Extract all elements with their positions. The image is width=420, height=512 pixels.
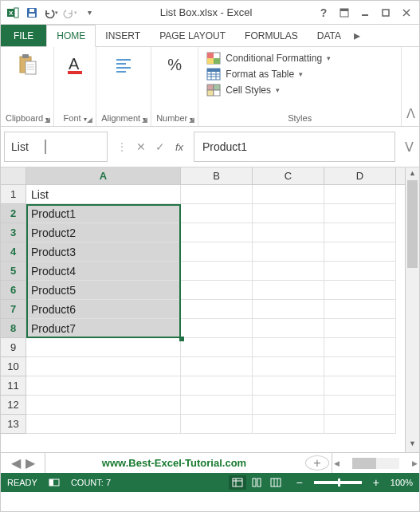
- page-break-view-icon[interactable]: [267, 475, 285, 490]
- dialog-launcher-icon[interactable]: ◢: [84, 115, 94, 124]
- cell[interactable]: Product6: [26, 300, 181, 319]
- qat-customize-icon[interactable]: ▾: [80, 4, 98, 22]
- cell[interactable]: [324, 300, 396, 319]
- ribbon-collapse-icon[interactable]: ᐱ: [402, 47, 419, 126]
- zoom-in-icon[interactable]: +: [373, 476, 379, 489]
- cell[interactable]: [324, 262, 396, 281]
- row-header[interactable]: 2: [1, 204, 26, 223]
- column-header[interactable]: C: [253, 167, 324, 184]
- cell[interactable]: [253, 396, 324, 415]
- cell[interactable]: [253, 376, 324, 396]
- cancel-icon[interactable]: ✕: [133, 139, 149, 155]
- macro-record-icon[interactable]: [49, 477, 60, 488]
- row-header[interactable]: 8: [1, 319, 26, 338]
- scroll-up-icon[interactable]: ▲: [406, 169, 419, 180]
- cell[interactable]: [181, 319, 253, 338]
- cell[interactable]: [253, 319, 324, 338]
- undo-icon[interactable]: ▾: [42, 4, 60, 22]
- vertical-scrollbar[interactable]: ▲ ▼: [405, 167, 419, 452]
- cell[interactable]: [324, 415, 396, 434]
- cell[interactable]: [26, 357, 181, 376]
- next-sheet-icon[interactable]: ▶: [26, 455, 35, 471]
- cell[interactable]: [253, 185, 324, 204]
- dialog-launcher-icon[interactable]: ◢: [139, 115, 149, 124]
- scroll-thumb[interactable]: [352, 458, 376, 469]
- cell[interactable]: [253, 223, 324, 242]
- ribbon-display-icon[interactable]: [335, 4, 354, 22]
- row-header[interactable]: 3: [1, 223, 26, 242]
- normal-view-icon[interactable]: [229, 475, 246, 490]
- cell[interactable]: [253, 415, 324, 434]
- cell[interactable]: [26, 396, 181, 415]
- tab-file[interactable]: FILE: [1, 25, 46, 46]
- zoom-out-icon[interactable]: −: [296, 476, 302, 489]
- formula-expand-icon[interactable]: ᐯ: [402, 132, 416, 162]
- cell[interactable]: Product7: [26, 319, 181, 338]
- formula-input[interactable]: Product1: [194, 132, 395, 162]
- cell[interactable]: [324, 281, 396, 300]
- cell[interactable]: Product5: [26, 281, 181, 300]
- cell[interactable]: [324, 376, 396, 396]
- cell[interactable]: [253, 242, 324, 262]
- cell[interactable]: Product4: [26, 262, 181, 281]
- cell[interactable]: Product3: [26, 242, 181, 262]
- alignment-button[interactable]: [108, 50, 139, 79]
- cell[interactable]: [324, 223, 396, 242]
- cell[interactable]: Product1: [26, 204, 181, 223]
- cell[interactable]: [253, 204, 324, 223]
- horizontal-scrollbar[interactable]: ◀ ▶: [332, 453, 419, 473]
- cell[interactable]: [181, 415, 253, 434]
- cell[interactable]: [181, 185, 253, 204]
- cell[interactable]: [324, 357, 396, 376]
- redo-icon[interactable]: ▾: [61, 4, 79, 22]
- cell[interactable]: [181, 281, 253, 300]
- conditional-formatting-button[interactable]: Conditional Formatting▾: [206, 52, 331, 65]
- row-header[interactable]: 1: [1, 185, 26, 204]
- footer-link[interactable]: www.Best-Excel-Tutorial.com: [45, 453, 303, 473]
- cell-styles-button[interactable]: Cell Styles▾: [206, 84, 331, 96]
- cell[interactable]: [253, 338, 324, 357]
- cell[interactable]: [181, 357, 253, 376]
- row-header[interactable]: 6: [1, 281, 26, 300]
- row-header[interactable]: 13: [1, 415, 26, 434]
- number-button[interactable]: %: [159, 50, 190, 79]
- tab-insert[interactable]: INSERT: [96, 25, 150, 46]
- cell[interactable]: [26, 338, 181, 357]
- cell[interactable]: [26, 376, 181, 396]
- select-all-corner[interactable]: [1, 167, 26, 184]
- excel-app-icon[interactable]: X: [4, 4, 22, 22]
- cell[interactable]: [181, 242, 253, 262]
- column-header[interactable]: A: [26, 167, 181, 184]
- cell[interactable]: [181, 223, 253, 242]
- cell[interactable]: [324, 338, 396, 357]
- cell[interactable]: [253, 281, 324, 300]
- namebox-dropdown-icon[interactable]: ⋮: [114, 139, 130, 155]
- zoom-slider[interactable]: [314, 481, 362, 484]
- minimize-icon[interactable]: [355, 4, 375, 22]
- cell[interactable]: List: [26, 185, 181, 204]
- cell[interactable]: [324, 396, 396, 415]
- paste-button[interactable]: [11, 50, 43, 79]
- page-layout-view-icon[interactable]: [248, 475, 265, 490]
- cell[interactable]: [253, 300, 324, 319]
- tab-page-layout[interactable]: PAGE LAYOUT: [150, 25, 235, 46]
- format-as-table-button[interactable]: Format as Table▾: [206, 68, 331, 81]
- cell[interactable]: [324, 204, 396, 223]
- row-header[interactable]: 7: [1, 300, 26, 319]
- tab-home[interactable]: HOME: [46, 25, 96, 47]
- scroll-right-icon[interactable]: ▶: [410, 459, 419, 467]
- cell[interactable]: [26, 415, 181, 434]
- help-icon[interactable]: ?: [314, 4, 333, 22]
- tab-data[interactable]: DATA: [308, 25, 351, 46]
- row-header[interactable]: 10: [1, 357, 26, 376]
- maximize-icon[interactable]: [376, 4, 395, 22]
- prev-sheet-icon[interactable]: ◀: [11, 455, 21, 471]
- zoom-level[interactable]: 100%: [391, 478, 413, 487]
- fx-icon[interactable]: fx: [171, 139, 187, 155]
- save-icon[interactable]: [23, 4, 41, 22]
- cell[interactable]: [181, 376, 253, 396]
- scroll-thumb[interactable]: [407, 180, 418, 268]
- cell[interactable]: [181, 204, 253, 223]
- tabs-scroll-right-icon[interactable]: ▸: [351, 25, 363, 46]
- cell[interactable]: [324, 242, 396, 262]
